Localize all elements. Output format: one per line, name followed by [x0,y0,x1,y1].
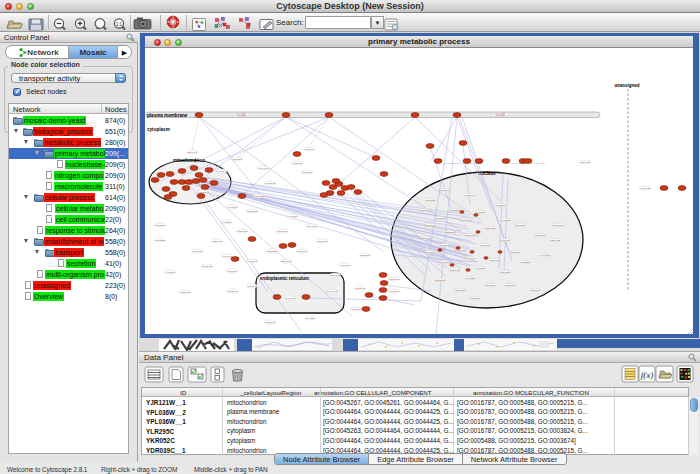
svg-text:YBR221C: YBR221C [445,231,456,233]
svg-text:YMR205C: YMR205C [201,265,212,268]
svg-text:YKL060C: YKL060C [500,239,510,241]
svg-text:YGR240C: YGR240C [292,162,303,165]
svg-text:YDL021W: YDL021W [500,271,511,273]
svg-text:cytoplasm: cytoplasm [147,127,170,132]
svg-text:YBR196C: YBR196C [187,151,198,154]
svg-text:YOR347C: YOR347C [180,291,191,294]
svg-text:YPL281C: YPL281C [495,204,505,206]
svg-text:YDR516C: YDR516C [265,321,276,324]
svg-text:YDR050C: YDR050C [389,278,400,281]
svg-text:YGR254W: YGR254W [510,251,522,253]
svg-text:YGL008C: YGL008C [235,113,247,117]
svg-text:endoplasmic reticulum: endoplasmic reticulum [260,276,309,281]
svg-text:YNL071W: YNL071W [297,250,309,253]
svg-text:YMR323W: YMR323W [449,209,461,211]
svg-text:plasma membrane: plasma membrane [147,113,188,118]
svg-text:YOR347C: YOR347C [450,269,461,271]
svg-text:YGR254W: YGR254W [226,290,238,293]
svg-text:YMR323W: YMR323W [246,210,258,213]
svg-text:YNL071W: YNL071W [340,264,352,267]
svg-text:YBR221C: YBR221C [267,250,278,253]
svg-text:YBR196C: YBR196C [212,240,223,243]
svg-text:YKL152C: YKL152C [465,277,475,279]
svg-text:YGR193C: YGR193C [465,234,476,236]
svg-text:YDR050C: YDR050C [192,250,203,253]
svg-text:YOL136C: YOL136C [247,285,258,288]
svg-text:YKL060C: YKL060C [258,167,269,170]
svg-text:YPL281C: YPL281C [440,261,450,263]
svg-text:YKL060C: YKL060C [540,254,550,256]
svg-text:YPL281C: YPL281C [227,206,238,209]
svg-text:f(x): f(x) [641,370,654,380]
svg-text:YGR193C: YGR193C [530,289,541,291]
svg-text:YBR196C: YBR196C [580,161,591,164]
svg-text:YKL060C: YKL060C [222,255,233,258]
svg-text:YMR323W: YMR323W [154,239,166,242]
svg-text:YKL152C: YKL152C [305,317,316,320]
svg-text:YMR323W: YMR323W [519,261,531,263]
svg-text:YOR347C: YOR347C [277,230,288,233]
svg-text:YAL038W: YAL038W [165,271,176,274]
svg-text:YPL281C: YPL281C [285,297,296,300]
svg-text:YAL038W: YAL038W [475,267,486,269]
svg-text:YDL021W: YDL021W [460,219,471,221]
svg-text:YGR240C: YGR240C [355,287,366,290]
svg-text:YLR377C: YLR377C [227,270,238,273]
svg-text:YMR205C: YMR205C [301,171,312,174]
svg-text:YGL008C: YGL008C [494,113,506,117]
svg-text:YDR516C: YDR516C [435,279,446,281]
svg-text:YBR221C: YBR221C [470,297,481,299]
svg-text:YHR174W: YHR174W [326,290,338,293]
svg-text:YAL038W: YAL038W [475,211,486,213]
svg-text:YNL071W: YNL071W [515,224,526,226]
svg-text:YHR174W: YHR174W [216,170,228,173]
svg-text:YBR196C: YBR196C [550,239,561,241]
svg-text:YOR393W: YOR393W [350,308,362,311]
svg-text:YER178W: YER178W [280,260,292,263]
svg-text:YLR377C: YLR377C [480,244,490,246]
svg-text:YHR174W: YHR174W [465,194,477,196]
svg-text:YGR240C: YGR240C [247,260,258,263]
svg-text:YGR240C: YGR240C [505,284,516,286]
svg-text:YGR193C: YGR193C [640,187,651,190]
svg-text:YER178W: YER178W [485,227,497,229]
svg-text:YKL152C: YKL152C [287,215,298,218]
svg-text:YOL136C: YOL136C [265,182,276,185]
svg-text:YDR516C: YDR516C [317,240,328,243]
svg-text:YDR050C: YDR050C [553,224,564,226]
svg-text:YER178W: YER178W [455,289,467,291]
svg-text:YDR050C: YDR050C [535,234,546,236]
svg-text:1:1: 1:1 [116,22,123,27]
svg-text:YDR516C: YDR516C [425,224,436,226]
svg-text:mitochondrion: mitochondrion [173,158,205,163]
svg-text:YAL038W: YAL038W [221,221,232,224]
svg-text:YHR174W: YHR174W [465,257,477,259]
svg-text:YGR193C: YGR193C [237,230,248,233]
svg-text:YKL152C: YKL152C [500,219,510,221]
svg-text:YDR050C: YDR050C [232,158,243,161]
svg-text:YGR254W: YGR254W [440,189,452,191]
svg-text:YLR377C: YLR377C [304,148,315,151]
svg-text:YBR196C: YBR196C [420,237,431,239]
svg-text:YLR377C: YLR377C [420,209,430,211]
svg-text:YGR240C: YGR240C [440,244,451,246]
svg-text:YOL136C: YOL136C [425,251,435,253]
svg-text:YKL060C: YKL060C [389,290,400,293]
svg-text:YOR393W: YOR393W [252,195,264,198]
svg-text:YNL071W: YNL071W [485,284,496,286]
svg-text:YDL021W: YDL021W [155,224,167,227]
svg-text:YOR393W: YOR393W [425,199,437,201]
svg-text:YMR205C: YMR205C [455,249,466,251]
svg-text:YDL021W: YDL021W [307,225,319,228]
svg-text:YER178W: YER178W [329,274,341,277]
svg-text:YBR221C: YBR221C [360,254,371,257]
svg-text:unassigned: unassigned [614,83,639,88]
svg-text:YOR393W: YOR393W [490,259,502,261]
svg-text:YOR347C: YOR347C [435,217,446,219]
